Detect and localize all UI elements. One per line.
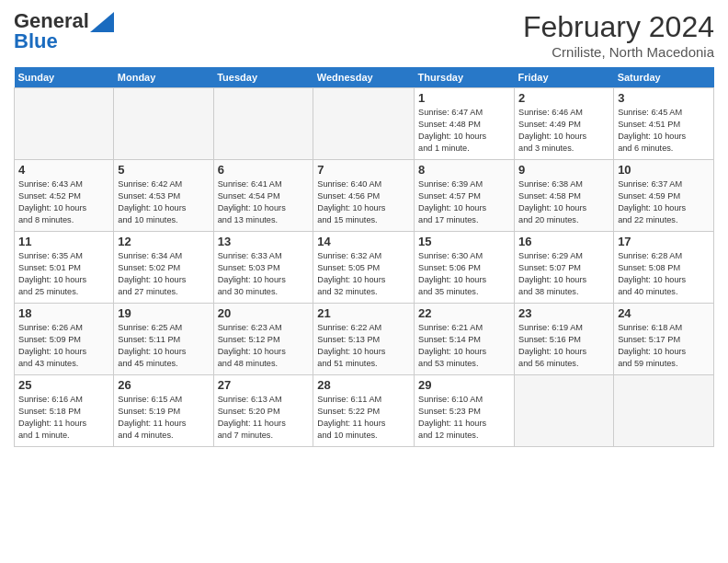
day-number: 1 — [418, 91, 510, 105]
day-number: 12 — [118, 235, 209, 248]
logo: General Blue — [14, 9, 114, 53]
calendar-cell: 24Sunrise: 6:18 AM Sunset: 5:17 PM Dayli… — [614, 304, 714, 375]
day-detail: Sunrise: 6:34 AM Sunset: 5:02 PM Dayligh… — [118, 250, 209, 298]
day-number: 4 — [18, 163, 109, 177]
day-detail: Sunrise: 6:11 AM Sunset: 5:22 PM Dayligh… — [317, 394, 410, 442]
calendar-cell: 17Sunrise: 6:28 AM Sunset: 5:08 PM Dayli… — [614, 232, 714, 304]
calendar-cell: 29Sunrise: 6:10 AM Sunset: 5:23 PM Dayli… — [415, 375, 515, 447]
day-number: 28 — [317, 378, 410, 392]
day-number: 22 — [418, 306, 510, 320]
day-number: 25 — [18, 378, 109, 392]
day-detail: Sunrise: 6:16 AM Sunset: 5:18 PM Dayligh… — [18, 394, 109, 442]
day-number: 11 — [18, 235, 109, 248]
calendar-cell — [614, 375, 714, 447]
calendar-cell: 16Sunrise: 6:29 AM Sunset: 5:07 PM Dayli… — [515, 232, 614, 304]
day-number: 23 — [518, 306, 609, 320]
day-detail: Sunrise: 6:39 AM Sunset: 4:57 PM Dayligh… — [418, 178, 510, 226]
day-detail: Sunrise: 6:18 AM Sunset: 5:17 PM Dayligh… — [618, 322, 710, 370]
calendar-cell: 14Sunrise: 6:32 AM Sunset: 5:05 PM Dayli… — [313, 232, 415, 304]
svg-marker-0 — [90, 12, 114, 32]
calendar-cell — [213, 88, 313, 160]
day-number: 13 — [218, 235, 310, 248]
column-header-thursday: Thursday — [415, 67, 515, 88]
day-number: 17 — [618, 235, 710, 248]
calendar-table: SundayMondayTuesdayWednesdayThursdayFrid… — [14, 67, 714, 447]
calendar-cell: 5Sunrise: 6:42 AM Sunset: 4:53 PM Daylig… — [114, 160, 213, 232]
day-detail: Sunrise: 6:22 AM Sunset: 5:13 PM Dayligh… — [317, 322, 410, 370]
day-detail: Sunrise: 6:33 AM Sunset: 5:03 PM Dayligh… — [218, 250, 310, 298]
calendar-cell: 15Sunrise: 6:30 AM Sunset: 5:06 PM Dayli… — [415, 232, 515, 304]
week-row-1: 1Sunrise: 6:47 AM Sunset: 4:48 PM Daylig… — [15, 88, 714, 160]
day-number: 29 — [418, 378, 510, 392]
day-detail: Sunrise: 6:10 AM Sunset: 5:23 PM Dayligh… — [418, 394, 510, 442]
calendar-cell: 7Sunrise: 6:40 AM Sunset: 4:56 PM Daylig… — [313, 160, 415, 232]
calendar-cell — [313, 88, 415, 160]
day-detail: Sunrise: 6:15 AM Sunset: 5:19 PM Dayligh… — [118, 394, 209, 442]
page-title: February 2024 — [523, 9, 714, 44]
day-detail: Sunrise: 6:47 AM Sunset: 4:48 PM Dayligh… — [418, 107, 510, 155]
calendar-cell: 11Sunrise: 6:35 AM Sunset: 5:01 PM Dayli… — [15, 232, 114, 304]
calendar-cell: 12Sunrise: 6:34 AM Sunset: 5:02 PM Dayli… — [114, 232, 213, 304]
day-detail: Sunrise: 6:28 AM Sunset: 5:08 PM Dayligh… — [618, 250, 710, 298]
day-detail: Sunrise: 6:13 AM Sunset: 5:20 PM Dayligh… — [218, 394, 310, 442]
day-detail: Sunrise: 6:25 AM Sunset: 5:11 PM Dayligh… — [118, 322, 209, 370]
week-row-3: 11Sunrise: 6:35 AM Sunset: 5:01 PM Dayli… — [15, 232, 714, 304]
page-container: General Blue February 2024 Crniliste, No… — [0, 0, 728, 452]
week-row-5: 25Sunrise: 6:16 AM Sunset: 5:18 PM Dayli… — [15, 375, 714, 447]
day-number: 8 — [418, 163, 510, 177]
day-detail: Sunrise: 6:29 AM Sunset: 5:07 PM Dayligh… — [518, 250, 609, 298]
calendar-cell — [114, 88, 213, 160]
title-section: February 2024 Crniliste, North Macedonia — [523, 9, 714, 60]
day-number: 27 — [218, 378, 310, 392]
header: General Blue February 2024 Crniliste, No… — [14, 9, 714, 60]
day-detail: Sunrise: 6:23 AM Sunset: 5:12 PM Dayligh… — [218, 322, 310, 370]
day-detail: Sunrise: 6:41 AM Sunset: 4:54 PM Dayligh… — [218, 178, 310, 226]
header-row: SundayMondayTuesdayWednesdayThursdayFrid… — [15, 67, 714, 88]
calendar-cell: 3Sunrise: 6:45 AM Sunset: 4:51 PM Daylig… — [614, 88, 714, 160]
day-number: 5 — [118, 163, 209, 177]
page-subtitle: Crniliste, North Macedonia — [523, 44, 714, 60]
calendar-cell: 9Sunrise: 6:38 AM Sunset: 4:58 PM Daylig… — [515, 160, 614, 232]
day-detail: Sunrise: 6:35 AM Sunset: 5:01 PM Dayligh… — [18, 250, 109, 298]
day-detail: Sunrise: 6:42 AM Sunset: 4:53 PM Dayligh… — [118, 178, 209, 226]
calendar-cell: 19Sunrise: 6:25 AM Sunset: 5:11 PM Dayli… — [114, 304, 213, 375]
week-row-4: 18Sunrise: 6:26 AM Sunset: 5:09 PM Dayli… — [15, 304, 714, 375]
day-detail: Sunrise: 6:37 AM Sunset: 4:59 PM Dayligh… — [618, 178, 710, 226]
calendar-cell: 13Sunrise: 6:33 AM Sunset: 5:03 PM Dayli… — [213, 232, 313, 304]
day-detail: Sunrise: 6:30 AM Sunset: 5:06 PM Dayligh… — [418, 250, 510, 298]
calendar-cell: 2Sunrise: 6:46 AM Sunset: 4:49 PM Daylig… — [515, 88, 614, 160]
column-header-tuesday: Tuesday — [213, 67, 313, 88]
day-number: 24 — [618, 306, 710, 320]
day-detail: Sunrise: 6:38 AM Sunset: 4:58 PM Dayligh… — [518, 178, 609, 226]
day-number: 21 — [317, 306, 410, 320]
day-number: 7 — [317, 163, 410, 177]
calendar-cell: 26Sunrise: 6:15 AM Sunset: 5:19 PM Dayli… — [114, 375, 213, 447]
calendar-cell — [515, 375, 614, 447]
calendar-cell: 10Sunrise: 6:37 AM Sunset: 4:59 PM Dayli… — [614, 160, 714, 232]
day-number: 19 — [118, 306, 209, 320]
week-row-2: 4Sunrise: 6:43 AM Sunset: 4:52 PM Daylig… — [15, 160, 714, 232]
calendar-cell: 4Sunrise: 6:43 AM Sunset: 4:52 PM Daylig… — [15, 160, 114, 232]
day-number: 16 — [518, 235, 609, 248]
day-number: 2 — [518, 91, 609, 105]
logo-icon — [90, 12, 114, 32]
day-detail: Sunrise: 6:43 AM Sunset: 4:52 PM Dayligh… — [18, 178, 109, 226]
calendar-cell — [15, 88, 114, 160]
day-number: 3 — [618, 91, 710, 105]
day-number: 26 — [118, 378, 209, 392]
calendar-cell: 23Sunrise: 6:19 AM Sunset: 5:16 PM Dayli… — [515, 304, 614, 375]
calendar-cell: 22Sunrise: 6:21 AM Sunset: 5:14 PM Dayli… — [415, 304, 515, 375]
column-header-sunday: Sunday — [15, 67, 114, 88]
column-header-friday: Friday — [515, 67, 614, 88]
calendar-cell: 8Sunrise: 6:39 AM Sunset: 4:57 PM Daylig… — [415, 160, 515, 232]
day-number: 20 — [218, 306, 310, 320]
calendar-cell: 20Sunrise: 6:23 AM Sunset: 5:12 PM Dayli… — [213, 304, 313, 375]
column-header-wednesday: Wednesday — [313, 67, 415, 88]
calendar-cell: 18Sunrise: 6:26 AM Sunset: 5:09 PM Dayli… — [15, 304, 114, 375]
day-detail: Sunrise: 6:32 AM Sunset: 5:05 PM Dayligh… — [317, 250, 410, 298]
day-number: 6 — [218, 163, 310, 177]
day-detail: Sunrise: 6:45 AM Sunset: 4:51 PM Dayligh… — [618, 107, 710, 155]
calendar-cell: 1Sunrise: 6:47 AM Sunset: 4:48 PM Daylig… — [415, 88, 515, 160]
column-header-saturday: Saturday — [614, 67, 714, 88]
day-number: 10 — [618, 163, 710, 177]
